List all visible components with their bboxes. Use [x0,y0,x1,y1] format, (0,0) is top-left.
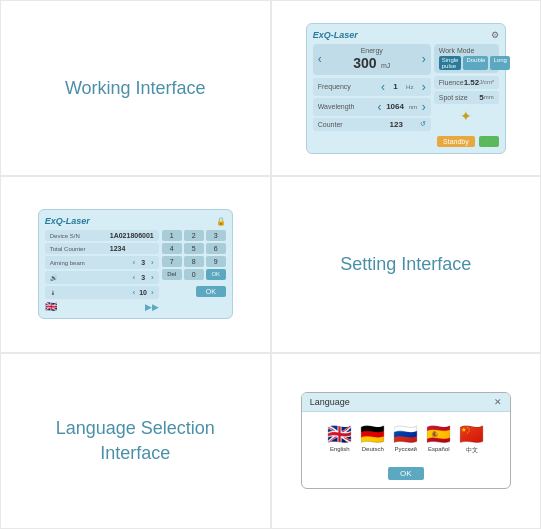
ss-aiming-decrease[interactable]: ‹ [132,258,135,267]
main-grid: Working Interface ExQ-Laser ⚙ ‹ Energy 3… [0,0,541,529]
ws-mode-long[interactable]: Long [490,56,509,70]
ws-mode-double[interactable]: Double [463,56,488,70]
ss-num-6[interactable]: 6 [206,243,226,254]
ss-lock-icon[interactable]: 🔒 [216,217,226,226]
lang-russian-label: Русский [395,446,417,452]
lang-deutsch[interactable]: 🇩🇪 Deutsch [360,424,385,455]
ss-param4-decrease[interactable]: ‹ [132,288,135,297]
ws-header: ExQ-Laser ⚙ [313,30,499,40]
ss-device-sn-label: Device S/N [50,233,110,239]
ss-num-0[interactable]: 0 [184,269,204,280]
lang-chinese-flag: 🇨🇳 [459,424,484,444]
ws-fluence-row: Fluence 1.52 J/cm² [434,76,499,89]
lang-espanol[interactable]: 🇪🇸 Español [426,424,451,455]
ss-aiming-controls: ‹ 3 › [132,258,153,267]
ws-energy-increase[interactable]: › [422,52,426,66]
ss-numpad-area: 1 2 3 4 5 6 7 8 9 Del 0 OK OK [162,230,226,312]
ss-num-8[interactable]: 8 [184,256,204,267]
ws-bottom-buttons: Standby [313,136,499,147]
ws-energy-unit: mJ [381,62,390,69]
ws-frequency-label: Frequency [318,83,373,90]
ss-volume-value: 3 [137,274,149,281]
ss-num-9[interactable]: 9 [206,256,226,267]
ws-work-mode: Work Mode Single pulse Double Long [434,44,499,73]
ss-num-2[interactable]: 2 [184,230,204,241]
ss-volume-label: 🔊 [50,274,100,281]
ws-frequency-value: 1 [393,82,397,91]
lang-english-flag: 🇬🇧 [327,424,352,444]
ws-gear-icon[interactable]: ⚙ [491,30,499,40]
ss-aiming-increase[interactable]: › [151,258,154,267]
lang-english-label: English [330,446,350,452]
ws-freq-increase[interactable]: › [422,80,426,94]
ss-param4-label: 🌡 [50,290,100,296]
ss-num-1[interactable]: 1 [162,230,182,241]
ws-go-button[interactable] [479,136,499,147]
ws-spot-unit: mm [484,94,494,100]
ws-brand: ExQ-Laser [313,30,358,40]
ws-wavelength-label: Wavelength [318,103,373,110]
ss-device-sn-row: Device S/N 1A021806001 [45,230,159,241]
ws-energy-decrease[interactable]: ‹ [318,52,322,66]
working-label-cell: Working Interface [0,0,271,176]
ss-num-ok[interactable]: OK [206,269,226,280]
language-interface-label: Language SelectionInterface [56,416,215,466]
ws-freq-decrease[interactable]: ‹ [381,80,385,94]
ss-device-sn-value: 1A021806001 [110,232,154,239]
ws-counter-row: Counter 123 ↺ [313,118,431,131]
ss-ok-button[interactable]: OK [196,286,226,297]
ws-energy-label: Energy [353,47,390,54]
lang-ok-button[interactable]: OK [388,467,424,480]
lang-espanol-label: Español [428,446,450,452]
ws-energy-section: ‹ Energy 300 mJ › [313,44,431,75]
ws-mode-buttons: Single pulse Double Long [439,56,494,70]
lang-chinese[interactable]: 🇨🇳 中文 [459,424,484,455]
ws-work-mode-label: Work Mode [439,47,494,54]
lang-close-button[interactable]: ✕ [494,397,502,407]
ws-wave-increase[interactable]: › [422,100,426,114]
ws-fluence-unit: J/cm² [479,79,494,85]
lang-deutsch-label: Deutsch [362,446,384,452]
working-screenshot: ExQ-Laser ⚙ ‹ Energy 300 mJ › [306,23,506,154]
ss-num-5[interactable]: 5 [184,243,204,254]
ws-star-icon: ✦ [460,108,472,124]
lang-russian-flag: 🇷🇺 [393,424,418,444]
setting-interface-label: Setting Interface [340,252,471,277]
ws-mode-single[interactable]: Single pulse [439,56,462,70]
ss-total-counter-row: Total Counter 1234 [45,243,159,254]
ws-spot-row: Spot size 5 mm [434,91,499,104]
lang-english[interactable]: 🇬🇧 English [327,424,352,455]
lang-deutsch-flag: 🇩🇪 [360,424,385,444]
ws-energy-value: 300 [353,55,376,71]
language-label-cell: Language SelectionInterface [0,353,271,529]
ss-aiming-value: 3 [137,259,149,266]
ws-frequency-unit: Hz [406,84,413,90]
ws-spot-label: Spot size [439,94,480,101]
ws-wavelength-value: 1064 [386,102,404,111]
ss-param4-value: 10 [137,289,149,296]
ss-expand-icon[interactable]: ▶▶ [145,302,159,312]
ss-num-7[interactable]: 7 [162,256,182,267]
setting-label-cell: Setting Interface [271,176,542,352]
ss-flag[interactable]: 🇬🇧 [45,301,57,312]
ss-num-3[interactable]: 3 [206,230,226,241]
ss-header: ExQ-Laser 🔒 [45,216,226,226]
ws-wave-decrease[interactable]: ‹ [377,100,381,114]
ss-param4-controls: ‹ 10 › [132,288,153,297]
ss-num-del[interactable]: Del [162,269,182,280]
lang-ok-row: OK [302,463,510,488]
ss-volume-decrease[interactable]: ‹ [132,273,135,282]
ws-counter-label: Counter [318,121,373,128]
lang-russian[interactable]: 🇷🇺 Русский [393,424,418,455]
lang-flags: 🇬🇧 English 🇩🇪 Deutsch 🇷🇺 Русский 🇪🇸 Espa… [302,412,510,463]
ss-volume-increase[interactable]: › [151,273,154,282]
ws-counter-reset[interactable]: ↺ [420,120,426,128]
ss-num-4[interactable]: 4 [162,243,182,254]
ss-volume-row: 🔊 ‹ 3 › [45,271,159,284]
ws-standby-button[interactable]: Standby [437,136,475,147]
lang-title: Language [310,397,350,407]
setting-screenshot-cell: ExQ-Laser 🔒 Device S/N 1A021806001 Total… [0,176,271,352]
working-interface-label: Working Interface [65,76,206,101]
ws-frequency-row: Frequency ‹ 1 Hz › [313,78,431,96]
ss-param4-increase[interactable]: › [151,288,154,297]
